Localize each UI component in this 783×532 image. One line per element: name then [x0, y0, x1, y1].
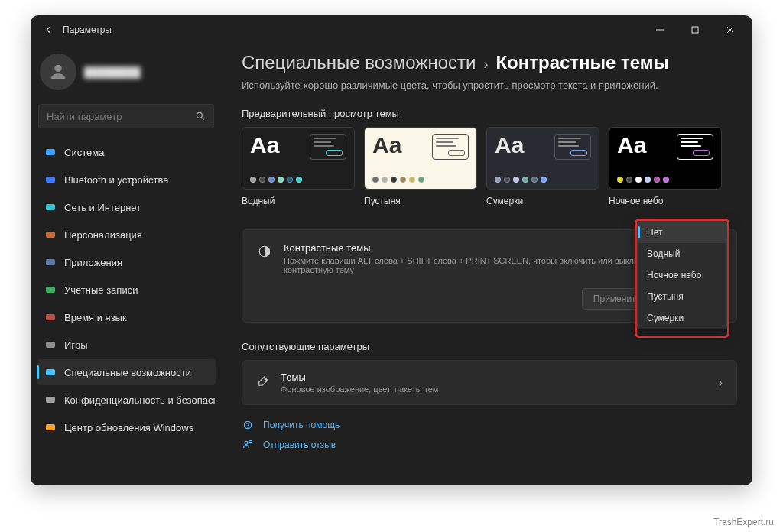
theme-sample-text: Aa	[250, 134, 302, 157]
close-button[interactable]	[714, 18, 746, 41]
watermark: TrashExpert.ru	[713, 517, 774, 527]
nav-icon	[44, 311, 57, 323]
page-title: Контрастные темы	[495, 52, 669, 73]
themes-link[interactable]: Темы Фоновое изображение, цвет, пакеты т…	[242, 360, 737, 405]
settings-window: Параметры ████████ СистемаBluetooth и ус…	[31, 15, 752, 485]
arrow-left-icon	[43, 24, 54, 35]
sidebar-item-7[interactable]: Игры	[37, 332, 216, 358]
themes-link-title: Темы	[281, 371, 438, 383]
maximize-button[interactable]	[679, 18, 711, 41]
related-label: Сопутствующие параметры	[242, 341, 737, 352]
svg-rect-15	[46, 369, 55, 375]
svg-rect-9	[46, 204, 55, 210]
nav-icon	[44, 421, 57, 433]
sidebar-item-3[interactable]: Персонализация	[37, 222, 216, 248]
sidebar-item-label: Приложения	[64, 257, 122, 268]
theme-name: Пустыня	[364, 196, 477, 206]
svg-point-21	[245, 441, 248, 444]
avatar	[40, 54, 76, 90]
help-links: Получить помощь Отправить отзыв	[242, 419, 737, 451]
minimize-button[interactable]	[644, 18, 676, 41]
svg-line-6	[202, 118, 204, 120]
back-button[interactable]	[37, 18, 60, 41]
svg-rect-11	[46, 259, 55, 265]
nav-icon	[44, 229, 57, 241]
breadcrumb-parent[interactable]: Специальные возможности	[242, 52, 476, 73]
dropdown-item-3[interactable]: Пустыня	[638, 286, 726, 307]
nav-icon	[44, 366, 57, 378]
theme-card[interactable]: Aa	[609, 127, 722, 190]
svg-rect-14	[46, 342, 55, 348]
minimize-icon	[655, 25, 664, 34]
theme-card[interactable]: Aa	[242, 127, 355, 190]
contrast-card: Контрастные темы Нажмите клавиши ALT сле…	[242, 229, 737, 323]
search-box[interactable]	[38, 104, 214, 128]
sidebar-item-label: Bluetooth и устройства	[64, 174, 168, 186]
svg-point-20	[248, 427, 249, 427]
sidebar-item-2[interactable]: Сеть и Интернет	[37, 194, 216, 220]
theme-card[interactable]: Aa	[486, 127, 599, 190]
theme-preview-3: Aa Ночное небо	[609, 127, 722, 206]
sidebar-item-label: Сеть и Интернет	[64, 202, 141, 213]
search-icon	[195, 111, 206, 122]
profile-name: ████████	[84, 66, 141, 78]
maximize-icon	[690, 25, 700, 34]
theme-color-dots	[495, 177, 547, 183]
sidebar-item-9[interactable]: Конфиденциальность и безопасность	[37, 387, 216, 413]
theme-color-dots	[372, 177, 424, 183]
theme-preview-1: Aa Пустыня	[364, 127, 477, 206]
dropdown-item-0[interactable]: Нет	[638, 222, 726, 243]
feedback-link[interactable]: Отправить отзыв	[242, 439, 737, 451]
nav-icon	[44, 284, 57, 296]
sidebar-item-label: Персонализация	[64, 229, 142, 241]
close-icon	[726, 25, 735, 34]
themes-link-desc: Фоновое изображение, цвет, пакеты тем	[281, 384, 438, 394]
dropdown-item-2[interactable]: Ночное небо	[638, 264, 726, 286]
sidebar-item-label: Время и язык	[64, 312, 127, 323]
theme-sample-text: Aa	[617, 134, 669, 157]
nav-icon	[44, 174, 57, 186]
titlebar: Параметры	[31, 15, 752, 44]
sidebar: ████████ СистемаBluetooth и устройстваСе…	[31, 44, 222, 485]
sidebar-item-6[interactable]: Время и язык	[37, 304, 216, 330]
sidebar-item-label: Центр обновления Windows	[64, 422, 193, 433]
page-subtitle: Используйте хорошо различимые цвета, что…	[242, 79, 737, 91]
get-help-link[interactable]: Получить помощь	[242, 419, 737, 431]
sidebar-item-label: Игры	[64, 339, 88, 351]
brush-icon	[256, 375, 270, 391]
sidebar-item-5[interactable]: Учетные записи	[37, 277, 216, 303]
sidebar-item-10[interactable]: Центр обновления Windows	[37, 414, 216, 440]
sidebar-item-0[interactable]: Система	[37, 139, 216, 165]
theme-card[interactable]: Aa	[364, 127, 477, 190]
search-input[interactable]	[47, 111, 195, 122]
chevron-right-icon: ›	[483, 57, 488, 73]
nav-icon	[44, 201, 57, 213]
sidebar-item-1[interactable]: Bluetooth и устройства	[37, 167, 216, 193]
theme-preview-0: Aa Водный	[242, 127, 355, 206]
nav-icon	[44, 394, 57, 406]
feedback-label: Отправить отзыв	[263, 440, 336, 450]
svg-rect-7	[46, 149, 55, 155]
theme-preview-row: Aa Водный Aa Пустыня Aa	[242, 127, 737, 206]
svg-rect-12	[46, 287, 55, 293]
nav-icon	[44, 146, 57, 158]
get-help-label: Получить помощь	[263, 420, 340, 430]
sidebar-item-4[interactable]: Приложения	[37, 249, 216, 275]
svg-rect-17	[46, 424, 55, 430]
dropdown-item-1[interactable]: Водный	[638, 243, 726, 264]
sidebar-item-8[interactable]: Специальные возможности	[37, 359, 216, 385]
dropdown-item-4[interactable]: Сумерки	[638, 307, 726, 329]
theme-dropdown[interactable]: НетВодныйНочное небоПустыняСумерки	[637, 221, 727, 329]
help-icon	[242, 419, 254, 431]
sidebar-item-label: Система	[64, 147, 104, 158]
sidebar-item-label: Конфиденциальность и безопасность	[64, 394, 216, 406]
nav-icon	[44, 256, 57, 268]
breadcrumb: Специальные возможности › Контрастные те…	[242, 52, 737, 73]
chevron-right-icon: ›	[719, 376, 723, 390]
profile[interactable]: ████████	[37, 49, 216, 101]
nav: СистемаBluetooth и устройстваСеть и Инте…	[37, 139, 216, 440]
feedback-icon	[242, 439, 254, 451]
theme-color-dots	[617, 177, 669, 183]
contrast-desc: Нажмите клавиши ALT слева + SHIFT слева …	[284, 256, 681, 274]
theme-sample-text: Aa	[495, 134, 547, 157]
